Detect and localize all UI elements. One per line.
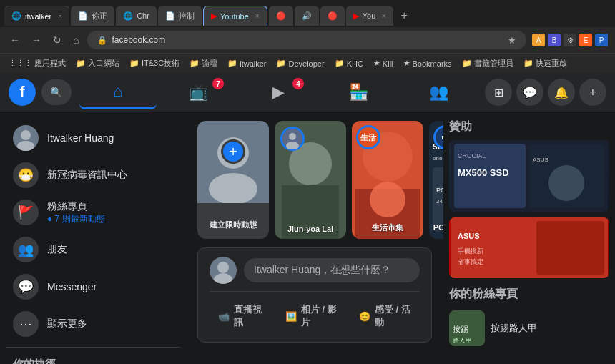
flag-icon: 🚩 (13, 200, 39, 225)
tab-8[interactable]: 🔴 (320, 6, 345, 26)
bm-label: IT&3C技術 (142, 58, 179, 69)
bm-quickstart[interactable]: 📁 快速重啟 (521, 56, 570, 70)
notifications-button[interactable]: 🔔 (548, 79, 575, 106)
tab-bar: 🌐 itwalker × 📄 你正 🌐 Chr 📄 控制 ▶ Youtube ×… (0, 0, 615, 27)
nav-watch[interactable]: ▶ 4 (240, 75, 317, 109)
fb-left-sidebar: Itwalker Huang 😷 新冠病毒資訊中心 🚩 粉絲專頁 ● 7 則最新… (0, 112, 186, 364)
close-icon[interactable]: × (255, 12, 260, 20)
extension-icons: A B ⚙ E P (532, 34, 608, 46)
fan-page-item[interactable]: 按踢 路人甲 按踢路人甲 (449, 308, 609, 349)
tab-3[interactable]: 🌐 Chr (116, 6, 157, 26)
tab-favicon: 🔊 (302, 11, 312, 21)
post-user-avatar (210, 257, 237, 284)
nav-marketplace[interactable]: 🏪 (320, 75, 397, 109)
bm-label: Developer (288, 59, 324, 68)
tab-9[interactable]: ▶ You × (346, 6, 393, 26)
sidebar-user[interactable]: Itwalker Huang (6, 119, 180, 157)
folder-icon: 📁 (462, 59, 472, 68)
profile-icon[interactable]: P (595, 34, 608, 46)
sidebar-more[interactable]: ⋯ 顯示更多 (6, 305, 180, 343)
new-tab-button[interactable]: + (395, 6, 413, 25)
tab-6[interactable]: 🔴 (269, 6, 293, 26)
url-bar[interactable]: 🔒 facebook.com ★ (87, 31, 526, 49)
story-card-2[interactable]: 生活 生活市集 (352, 121, 423, 239)
sidebar-more-label: 顯示更多 (47, 318, 87, 330)
messenger-button[interactable]: 💬 (516, 79, 543, 106)
bm-forum[interactable]: 📁 論壇 (187, 56, 220, 70)
bm-manager[interactable]: 📁 書籤管理員 (459, 56, 516, 70)
bm-kill[interactable]: ★ Kill (370, 57, 396, 69)
svg-text:ASUS: ASUS (458, 232, 480, 240)
bookmark-star-icon[interactable]: ★ (508, 35, 516, 46)
close-icon[interactable]: × (382, 12, 386, 20)
story-1-avatar (280, 127, 305, 151)
nav-home[interactable]: ⌂ (79, 75, 157, 109)
bm-bookmarks[interactable]: ★ Bookmarks (400, 57, 455, 69)
svg-text:按踢: 按踢 (453, 325, 468, 333)
nav-groups[interactable]: 👥 (400, 75, 477, 109)
bookmarks-apps[interactable]: ⋮⋮⋮ 應用程式 (6, 56, 69, 70)
create-story-card[interactable]: + 建立限時動態 (197, 121, 269, 239)
tab-youtube[interactable]: ▶ Youtube × (203, 6, 267, 26)
ext-icon-2[interactable]: B (548, 34, 561, 46)
tab-label: itwalker (25, 12, 51, 21)
ext-icon-4[interactable]: E (579, 34, 592, 46)
home-button[interactable]: ⌂ (70, 33, 82, 47)
svg-point-10 (289, 133, 296, 140)
story-card-1[interactable]: Jiun-yoa Lai (275, 121, 346, 239)
create-story-plus-icon[interactable]: + (221, 139, 245, 164)
bm-itwalker[interactable]: 📁 itwalker (225, 57, 269, 69)
video-icon: 📺 (189, 83, 208, 102)
svg-text:MX500 SSD: MX500 SSD (458, 167, 509, 178)
tab-itwalker[interactable]: 🌐 itwalker × (4, 6, 69, 26)
ad-asus-image: ASUS 手機換新 省事搞定 (449, 217, 609, 278)
tab-7[interactable]: 🔊 (295, 6, 319, 26)
video-badge: 7 (212, 78, 224, 89)
photo-video-button[interactable]: 🖼️ 相片 / 影片 (277, 299, 346, 333)
close-icon[interactable]: × (58, 12, 62, 20)
folder-icon: 📁 (129, 59, 139, 68)
bm-it3c[interactable]: 📁 IT&3C技術 (127, 56, 182, 70)
sponsor-title: 贊助 (449, 119, 609, 134)
user-avatar (13, 125, 39, 151)
ad-asus[interactable]: ASUS 手機換新 省事搞定 (449, 217, 609, 278)
menu-button[interactable]: ⊞ (485, 79, 512, 106)
bm-label: itwalker (240, 59, 266, 68)
refresh-button[interactable]: ↻ (50, 33, 64, 47)
sidebar-friends[interactable]: 👥 朋友 (6, 231, 180, 268)
forward-button[interactable]: → (29, 33, 44, 47)
fb-logo[interactable]: f (9, 79, 36, 106)
back-button[interactable]: ← (7, 33, 23, 47)
ext-icon-3[interactable]: ⚙ (564, 34, 576, 46)
ad-crucial[interactable]: CRUCIAL MX500 SSD ASUS (449, 140, 609, 212)
svg-text:省事搞定: 省事搞定 (458, 258, 483, 265)
svg-text:CRUCIAL: CRUCIAL (458, 152, 486, 159)
sidebar-messenger-label: Messenger (47, 281, 97, 292)
story-card-3[interactable]: SUS one X PChome 24h購物 PC PChome 24h購物 (429, 121, 443, 239)
tab-2[interactable]: 📄 你正 (71, 6, 114, 26)
stories-row: + 建立限時動態 (197, 121, 432, 239)
folder-icon: 📁 (76, 59, 86, 68)
nav-video[interactable]: 📺 7 (159, 75, 237, 109)
tab-favicon: ▶ (211, 11, 217, 21)
add-button[interactable]: + (579, 79, 606, 106)
sidebar-fan-pages[interactable]: 🚩 粉絲專頁 ● 7 則最新動態 (6, 194, 180, 231)
tab-4[interactable]: 📄 控制 (158, 6, 202, 26)
post-input-field[interactable]: Itwalker Huang，在想些什麼？ (244, 258, 420, 282)
fan-page-label: 按踢路人甲 (491, 322, 537, 335)
groups-icon: 👥 (429, 83, 448, 102)
live-video-button[interactable]: 📹 直播視訊 (210, 299, 272, 333)
tab-label: 你正 (92, 11, 107, 21)
sidebar-messenger[interactable]: 💬 Messenger (6, 268, 180, 305)
bm-portal[interactable]: 📁 入口網站 (73, 56, 122, 70)
fans-section-title: 你的粉絲專頁 (449, 287, 609, 302)
address-bar: ← → ↻ ⌂ 🔒 facebook.com ★ A B ⚙ E P (0, 27, 615, 53)
bm-developer[interactable]: 📁 Developer (273, 57, 327, 69)
fb-search-box[interactable]: 🔍 (41, 79, 72, 105)
feeling-activity-button[interactable]: 😊 感受 / 活動 (350, 299, 420, 333)
ext-icon-1[interactable]: A (532, 34, 545, 46)
apps-icon: ⋮⋮⋮ (9, 59, 32, 68)
bm-khc[interactable]: 📁 KHC (332, 57, 366, 69)
folder-icon: 📁 (227, 59, 237, 68)
sidebar-covid[interactable]: 😷 新冠病毒資訊中心 (6, 157, 180, 194)
